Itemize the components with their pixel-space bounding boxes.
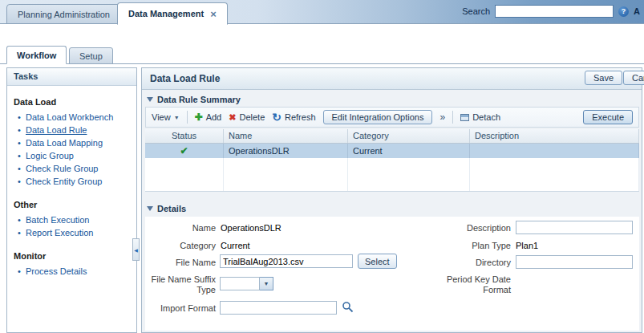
description-label: Description xyxy=(423,223,511,234)
chevron-down-icon[interactable]: ▼ xyxy=(260,277,273,290)
toolbar-separator xyxy=(187,111,188,124)
page-title: Data Load Rule xyxy=(142,68,642,89)
tasks-section-other: Other Batch Execution Report Execution xyxy=(12,200,133,239)
column-header-description[interactable]: Description xyxy=(470,129,639,143)
column-header-name[interactable]: Name xyxy=(224,129,348,143)
task-link[interactable]: Check Rule Group xyxy=(26,164,99,173)
help-icon[interactable]: ? xyxy=(618,6,629,17)
file-suffix-type-dropdown: ▼ xyxy=(220,277,273,290)
tasks-panel-title: Tasks xyxy=(7,68,136,86)
delete-button[interactable]: ✖ Delete xyxy=(229,112,265,122)
sidebar-item-data-load-mapping: Data Load Mapping xyxy=(12,136,133,149)
refresh-label: Refresh xyxy=(285,112,316,122)
edit-integration-options-button[interactable]: Edit Integration Options xyxy=(323,110,433,124)
select-button[interactable]: Select xyxy=(358,254,397,269)
table-empty-area xyxy=(145,158,639,192)
app-window: Planning Administration Data Management … xyxy=(0,0,644,333)
task-link[interactable]: Batch Execution xyxy=(26,215,90,225)
search-label: Search xyxy=(462,6,490,16)
toolbar-overflow-icon[interactable]: » xyxy=(439,112,445,123)
add-button[interactable]: ✚ Add xyxy=(195,112,222,122)
sidebar-item-data-load-rule: Data Load Rule xyxy=(12,124,133,136)
category-value: Current xyxy=(221,241,250,250)
section-expand-icon[interactable] xyxy=(147,97,153,102)
details-section-title: Details xyxy=(157,204,186,213)
task-link[interactable]: Report Execution xyxy=(26,228,93,238)
add-label: Add xyxy=(206,112,222,122)
import-format-input[interactable] xyxy=(220,301,337,315)
tasks-section-monitor: Monitor Process Details xyxy=(12,251,133,278)
sidebar-item-check-rule-group: Check Rule Group xyxy=(12,162,133,175)
add-icon: ✚ xyxy=(195,112,203,122)
status-check-icon: ✔ xyxy=(145,144,224,158)
summary-section-header: Data Rule Summary xyxy=(147,95,241,104)
directory-input[interactable] xyxy=(516,255,633,269)
tab-strip-divider xyxy=(0,63,644,64)
summary-section-title: Data Rule Summary xyxy=(157,95,241,104)
empty-cell xyxy=(224,158,348,191)
sidebar-item-data-load-workbench: Data Load Workbench xyxy=(12,111,133,124)
task-link[interactable]: Data Load Mapping xyxy=(26,138,103,148)
tab-workflow[interactable]: Workflow xyxy=(6,46,67,64)
empty-cell xyxy=(145,158,224,191)
section-heading: Other xyxy=(14,200,133,209)
save-button[interactable]: Save xyxy=(585,71,622,85)
sidebar-item-check-entity-group: Check Entity Group xyxy=(12,175,133,188)
search-area: Search ? A xyxy=(462,5,640,18)
tab-label: Setup xyxy=(79,51,103,61)
tab-label: Data Management xyxy=(128,9,204,18)
sidebar-item-process-details: Process Details xyxy=(12,265,133,278)
tasks-list: Data Load Data Load Workbench Data Load … xyxy=(7,86,136,278)
close-icon[interactable]: × xyxy=(210,9,217,19)
plan-type-value: Plan1 xyxy=(516,241,538,250)
tab-planning-administration[interactable]: Planning Administration xyxy=(6,4,121,24)
detach-button[interactable]: Detach xyxy=(460,112,500,122)
accessibility-text: A xyxy=(634,6,640,16)
summary-table-header: Status Name Category Description xyxy=(145,129,639,144)
tasks-section-data-load: Data Load Data Load Workbench Data Load … xyxy=(12,97,133,188)
tab-label: Workflow xyxy=(17,51,56,60)
file-name-label: File Name xyxy=(145,258,216,268)
search-lookup-icon[interactable] xyxy=(342,301,354,315)
task-link[interactable]: Process Details xyxy=(26,266,87,276)
search-input[interactable] xyxy=(495,5,614,18)
column-header-status[interactable]: Status xyxy=(145,129,224,143)
content-header: Data Load Rule Save Cancel xyxy=(142,68,642,90)
file-suffix-type-label: File Name Suffix Type xyxy=(145,274,216,295)
collapse-arrow-icon: ◀ xyxy=(134,247,138,253)
empty-cell xyxy=(470,158,639,191)
table-row[interactable]: ✔ OperationsDLR Current xyxy=(145,144,639,158)
detach-label: Detach xyxy=(472,112,500,122)
view-menu-label: View xyxy=(152,112,171,122)
tab-setup[interactable]: Setup xyxy=(69,47,113,64)
task-link[interactable]: Data Load Rule xyxy=(26,125,87,135)
task-link[interactable]: Data Load Workbench xyxy=(26,112,113,122)
sidebar-item-logic-group: Logic Group xyxy=(12,149,133,162)
summary-toolbar: View ▼ ✚ Add ✖ Delete ↻ Refresh Edit Int… xyxy=(145,107,639,128)
toolbar-separator xyxy=(452,111,453,124)
tab-data-management[interactable]: Data Management × xyxy=(117,2,228,25)
view-menu[interactable]: View ▼ xyxy=(152,112,180,122)
sidebar-item-report-execution: Report Execution xyxy=(12,226,133,239)
execute-button[interactable]: Execute xyxy=(583,110,633,124)
dropdown-value[interactable] xyxy=(220,277,260,290)
empty-cell xyxy=(348,158,470,191)
tasks-panel: Tasks Data Load Data Load Workbench Data… xyxy=(6,67,137,333)
cancel-button[interactable]: Cancel xyxy=(623,71,644,85)
description-input[interactable] xyxy=(516,221,633,234)
directory-label: Directory xyxy=(423,258,511,268)
task-link[interactable]: Check Entity Group xyxy=(26,177,102,186)
cell-category: Current xyxy=(348,144,470,158)
section-expand-icon[interactable] xyxy=(147,206,153,211)
tab-label: Planning Administration xyxy=(18,10,110,19)
section-heading: Monitor xyxy=(14,251,133,261)
name-value: OperationsDLR xyxy=(221,223,281,233)
task-link[interactable]: Logic Group xyxy=(26,151,74,160)
file-name-input[interactable] xyxy=(220,254,353,268)
refresh-button[interactable]: ↻ Refresh xyxy=(272,112,315,123)
column-header-category[interactable]: Category xyxy=(348,129,470,143)
panel-collapse-handle[interactable]: ◀ xyxy=(132,238,140,261)
category-label: Category xyxy=(145,241,216,251)
top-tab-bar: Planning Administration Data Management … xyxy=(0,0,644,24)
section-heading: Data Load xyxy=(14,97,133,107)
